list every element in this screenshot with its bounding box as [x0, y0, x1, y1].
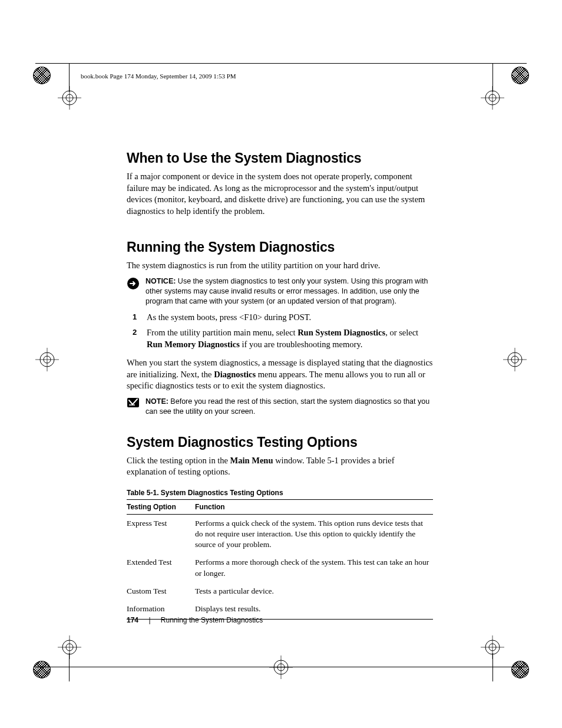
text: From the utility partition main menu, se… — [147, 328, 297, 337]
table-cell-function: Performs a quick check of the system. Th… — [195, 514, 433, 554]
table-cell-option: Extended Test — [127, 554, 195, 582]
step-item: From the utility partition main menu, se… — [127, 327, 433, 350]
page-content: When to Use the System Diagnostics If a … — [127, 150, 433, 620]
heading-running-diagnostics: Running the System Diagnostics — [127, 239, 433, 255]
table-header: Function — [195, 499, 433, 514]
corner-ornament — [511, 67, 529, 84]
page-number: 174 — [127, 616, 138, 624]
registration-mark — [58, 635, 81, 659]
registration-mark — [503, 348, 527, 371]
table-cell-option: Custom Test — [127, 582, 195, 600]
heading-when-to-use: When to Use the System Diagnostics — [127, 150, 433, 166]
note-icon — [127, 397, 142, 417]
footer-separator: | — [148, 616, 150, 624]
note-text: NOTE: Before you read the rest of this s… — [142, 397, 433, 417]
table-header: Testing Option — [127, 499, 195, 514]
footer-chapter: Running the System Diagnostics — [161, 616, 263, 624]
note-lead: NOTE: — [146, 397, 168, 406]
table-row: Extended Test Performs a more thorough c… — [127, 554, 433, 582]
crop-line — [69, 653, 70, 681]
text: Click the testing option in the — [127, 456, 230, 465]
page-footer: 174 | Running the System Diagnostics — [127, 616, 263, 624]
ui-term: Diagnostics — [214, 370, 256, 379]
table-cell-option: Express Test — [127, 514, 195, 554]
ui-term: Run Memory Diagnostics — [147, 340, 240, 349]
table-cell-function: Performs a more thorough check of the sy… — [195, 554, 433, 582]
paragraph: The system diagnostics is run from the u… — [127, 260, 433, 272]
notice-icon — [127, 277, 142, 307]
crop-line — [69, 64, 70, 92]
notice-lead: NOTICE: — [146, 277, 176, 285]
registration-mark — [269, 655, 293, 679]
paragraph: If a major component or device in the sy… — [127, 171, 433, 217]
step-item: As the system boots, press <F10> during … — [127, 312, 433, 324]
ui-term: Main Menu — [230, 456, 273, 465]
crop-line — [492, 653, 493, 681]
paragraph: When you start the system diagnostics, a… — [127, 357, 433, 392]
registration-mark — [35, 348, 59, 371]
table-caption: Table 5-1. System Diagnostics Testing Op… — [127, 489, 433, 497]
diagnostics-options-table: Testing Option Function Express Test Per… — [127, 499, 433, 620]
text: , or select — [385, 328, 418, 337]
note-callout: NOTE: Before you read the rest of this s… — [127, 397, 433, 417]
ui-term: Run System Diagnostics — [297, 328, 385, 337]
running-header: book.book Page 174 Monday, September 14,… — [81, 73, 236, 80]
text: if you are troubleshooting memory. — [240, 340, 362, 349]
corner-ornament — [33, 67, 51, 84]
heading-testing-options: System Diagnostics Testing Options — [127, 434, 433, 450]
crop-line — [492, 64, 493, 92]
step-list: As the system boots, press <F10> during … — [127, 312, 433, 350]
note-body: Before you read the rest of this section… — [146, 397, 429, 416]
paragraph: Click the testing option in the Main Men… — [127, 455, 433, 478]
corner-ornament — [511, 661, 529, 678]
registration-mark — [58, 86, 81, 110]
crop-top-rule — [35, 63, 527, 64]
table-row: Custom Test Tests a particular device. — [127, 582, 433, 600]
corner-ornament — [33, 661, 51, 678]
crop-line — [35, 667, 527, 667]
table-row: Express Test Performs a quick check of t… — [127, 514, 433, 554]
notice-body: Use the system diagnostics to test only … — [146, 277, 428, 305]
table-cell-function: Tests a particular device. — [195, 582, 433, 600]
notice-callout: NOTICE: Use the system diagnostics to te… — [127, 276, 433, 307]
notice-text: NOTICE: Use the system diagnostics to te… — [142, 276, 433, 307]
